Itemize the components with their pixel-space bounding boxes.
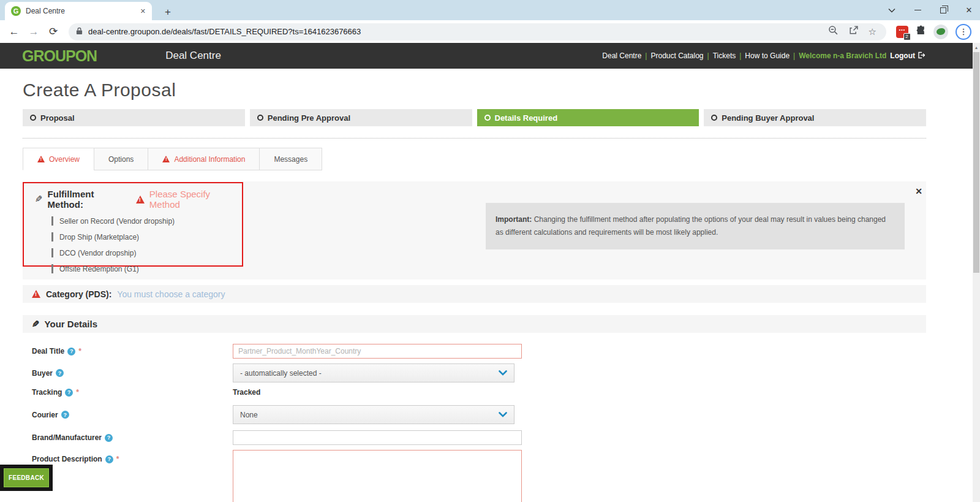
warning-icon (37, 156, 45, 162)
required-marker: * (78, 347, 81, 356)
option-dco[interactable]: DCO (Vendor dropship) (51, 248, 242, 257)
chevron-down-icon (499, 411, 507, 419)
courier-select[interactable]: None (233, 405, 514, 424)
help-icon[interactable]: ? (61, 411, 69, 419)
your-details-header: ✎ Your Details (23, 315, 926, 333)
browser-tab[interactable]: G Deal Centre ✕ (5, 2, 152, 20)
buyer-select[interactable]: - automatically selected - (233, 363, 514, 382)
warning-icon (162, 156, 170, 162)
scrollbar-up-arrow[interactable]: ▲ (973, 43, 980, 51)
step-circle-icon (711, 115, 717, 121)
category-title: Category (PDS): (46, 289, 111, 299)
chevron-down-icon (499, 369, 507, 378)
option-bar-icon (51, 216, 53, 226)
back-button[interactable]: ← (6, 24, 22, 40)
tab-close-icon[interactable]: ✕ (140, 7, 146, 15)
browser-menu-icon[interactable]: ⋮ (956, 24, 971, 40)
bookmark-star-icon[interactable]: ☆ (869, 26, 876, 37)
fulfillment-section: ✕ ✎ Fulfillment Method: Please Specify M… (23, 181, 926, 280)
help-icon[interactable]: ? (65, 389, 73, 397)
restore-window-button[interactable] (938, 6, 948, 15)
groupon-header: GROUPON Deal Centre Deal Centre | Produc… (0, 43, 973, 69)
tracking-value: Tracked (233, 388, 260, 397)
option-bar-icon (51, 232, 53, 241)
feedback-button[interactable]: FEEDBACK (4, 468, 49, 487)
nav-tickets[interactable]: Tickets (713, 51, 736, 60)
fulfillment-error: Please Specify Method (149, 189, 242, 210)
groupon-logo[interactable]: GROUPON (22, 47, 97, 65)
option-offsite-redemption[interactable]: Offsite Redemption (G1) (51, 264, 242, 273)
tab-overview[interactable]: Overview (23, 148, 94, 170)
option-drop-ship[interactable]: Drop Ship (Marketplace) (51, 232, 242, 241)
help-icon[interactable]: ? (105, 455, 113, 463)
progress-steps: Proposal Pending Pre Approval Details Re… (23, 109, 926, 126)
page-title: Create A Proposal (23, 80, 926, 101)
product-description-textarea[interactable] (233, 450, 522, 502)
tab-title: Deal Centre (26, 7, 135, 15)
warning-icon (32, 290, 40, 298)
feedback-button-frame: FEEDBACK (0, 465, 53, 491)
profile-avatar[interactable] (933, 25, 948, 39)
help-icon[interactable]: ? (67, 348, 75, 356)
step-circle-icon (257, 115, 263, 121)
deal-title-label: Deal Title ? * (23, 347, 233, 356)
lock-icon (76, 26, 83, 37)
tab-options[interactable]: Options (94, 148, 148, 170)
extensions-puzzle-icon[interactable] (916, 25, 926, 38)
details-form: Deal Title ? * Buyer ? - automatically s… (23, 344, 926, 502)
dismiss-section-icon[interactable]: ✕ (915, 186, 922, 196)
product-description-label: Product Description ? * (23, 450, 233, 463)
option-bar-icon (51, 264, 53, 273)
choose-category-link[interactable]: You must choose a category (117, 289, 225, 299)
help-icon[interactable]: ? (56, 369, 64, 377)
step-pending-buyer-approval: Pending Buyer Approval (704, 109, 926, 126)
content-tabs: Overview Options Additional Information … (23, 148, 926, 170)
pencil-icon: ✎ (35, 194, 43, 205)
nav-how-to-guide[interactable]: How to Guide (745, 51, 790, 60)
required-marker: * (76, 388, 79, 397)
category-row: Category (PDS): You must choose a catego… (23, 285, 926, 303)
fulfillment-method-box: ✎ Fulfillment Method: Please Specify Met… (23, 182, 243, 267)
address-bar[interactable]: deal-centre.groupon.de/deals/fast/DETAIL… (69, 23, 886, 40)
password-extension-icon[interactable]: ••• 2 (896, 26, 908, 38)
close-window-button[interactable]: ✕ (964, 6, 974, 15)
header-nav: Deal Centre | Product Catalog | Tickets … (602, 51, 925, 61)
tab-messages[interactable]: Messages (259, 148, 322, 170)
browser-toolbar: ← → ⟳ deal-centre.groupon.de/deals/fast/… (0, 20, 980, 43)
minimize-button[interactable] (913, 6, 922, 15)
browser-tab-strip: G Deal Centre ✕ + ✕ (0, 0, 980, 20)
tab-search-chevron-icon[interactable] (887, 6, 897, 15)
deal-title-input[interactable] (233, 344, 522, 359)
tracking-label: Tracking ? * (23, 388, 233, 397)
buyer-label: Buyer ? (23, 369, 233, 378)
courier-label: Courier ? (23, 411, 233, 419)
step-details-required: Details Required (477, 109, 699, 126)
nav-product-catalog[interactable]: Product Catalog (650, 51, 703, 60)
fulfillment-title: Fulfillment Method: (48, 189, 131, 210)
step-circle-icon (484, 115, 491, 121)
brand-manufacturer-input[interactable] (233, 430, 522, 445)
step-pending-pre-approval: Pending Pre Approval (250, 109, 472, 126)
share-icon[interactable] (848, 25, 859, 38)
tab-additional-information[interactable]: Additional Information (148, 148, 260, 170)
reload-button[interactable]: ⟳ (45, 24, 61, 40)
page-content: Create A Proposal Proposal Pending Pre A… (23, 80, 926, 502)
nav-deal-centre[interactable]: Deal Centre (602, 51, 641, 60)
pencil-icon: ✎ (32, 319, 40, 330)
new-tab-button[interactable]: + (160, 5, 175, 20)
warning-icon (136, 196, 145, 203)
avatar-image (937, 28, 945, 35)
required-marker: * (116, 455, 119, 463)
url-text[interactable]: deal-centre.groupon.de/deals/fast/DETAIL… (88, 27, 823, 36)
forward-button[interactable]: → (26, 24, 42, 40)
option-seller-on-record[interactable]: Seller on Record (Vendor dropship) (51, 216, 242, 226)
zoom-out-icon[interactable] (828, 25, 839, 38)
logout-icon (918, 51, 925, 61)
welcome-text: Welcome n-a Bravich Ltd (799, 51, 886, 60)
logout-link[interactable]: Logout (890, 51, 925, 61)
step-proposal: Proposal (23, 109, 245, 126)
help-icon[interactable]: ? (105, 434, 113, 442)
scrollbar-thumb[interactable] (973, 52, 979, 273)
option-bar-icon (51, 248, 53, 257)
page-scrollbar[interactable]: ▲ (973, 43, 980, 502)
